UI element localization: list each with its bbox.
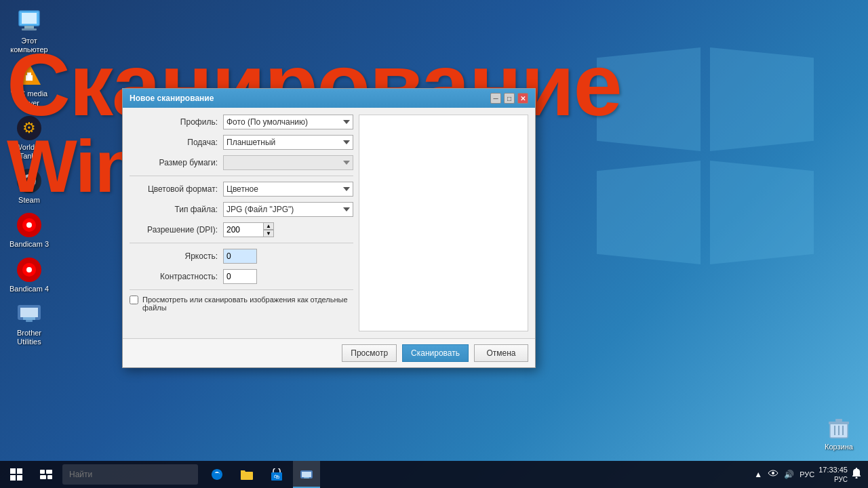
- svg-text:🛍: 🛍: [274, 474, 279, 480]
- world-of-tanks-icon[interactable]: ⚙ World of Tanks: [5, 112, 53, 163]
- notifications-icon[interactable]: [852, 468, 861, 481]
- feed-label: Подача:: [130, 138, 218, 147]
- brother-utilities-icon[interactable]: Brother Utilities: [5, 298, 53, 349]
- windows-logo: [597, 47, 814, 264]
- svg-rect-41: [304, 477, 309, 479]
- color-format-select[interactable]: Цветное: [223, 182, 353, 197]
- paper-size-select[interactable]: [223, 155, 353, 170]
- taskbar-store-icon[interactable]: 🛍: [263, 461, 290, 488]
- svg-rect-33: [46, 470, 52, 474]
- cancel-button[interactable]: Отмена: [474, 344, 528, 362]
- taskbar-app-icons: 🛍: [203, 461, 320, 488]
- dialog-body: Профиль: Фото (По умолчанию) Подача: Пла…: [123, 108, 535, 338]
- svg-rect-30: [10, 475, 16, 481]
- svg-rect-32: [40, 470, 45, 474]
- this-pc-label: Этот компьютер: [8, 37, 50, 54]
- resolution-spinner: ▲ ▼: [223, 222, 274, 237]
- preview-area: [359, 115, 528, 331]
- color-format-row: Цветовой формат: Цветное: [130, 182, 353, 197]
- dialog-form: Профиль: Фото (По умолчанию) Подача: Пла…: [130, 115, 353, 331]
- steam-icon[interactable]: Steam: [5, 165, 53, 207]
- titlebar-buttons: ─ □ ✕: [490, 93, 528, 104]
- world-of-tanks-label: World of Tanks: [8, 143, 50, 161]
- file-type-row: Тип файла: JPG (Файл "JPG"): [130, 202, 353, 217]
- profile-label: Профиль:: [130, 117, 218, 127]
- brightness-label: Яркость:: [130, 251, 218, 261]
- color-format-label: Цветовой формат:: [130, 184, 218, 194]
- vlc-label: VLC media player: [8, 89, 50, 107]
- svg-rect-35: [47, 475, 52, 479]
- dialog-footer: Просмотр Сканировать Отмена: [123, 338, 535, 367]
- contrast-label: Контрастность:: [130, 272, 218, 281]
- date-display: РУС: [818, 475, 848, 484]
- recycle-bin-label: Корзина: [825, 443, 853, 451]
- time: 17:33:45: [818, 465, 848, 474]
- bandicam3-label: Bandicam 3: [9, 240, 49, 249]
- scan-button[interactable]: Сканировать: [402, 344, 469, 362]
- tray-expand-icon[interactable]: ▲: [754, 470, 762, 479]
- taskbar-scanner-app-icon[interactable]: [293, 461, 320, 488]
- volume-icon[interactable]: 🔊: [784, 470, 794, 479]
- taskbar-edge-icon[interactable]: [203, 461, 231, 488]
- language-indicator[interactable]: РУС: [800, 470, 814, 479]
- bandicam4-icon[interactable]: Bandicam 4: [5, 253, 53, 296]
- system-tray: ▲ 🔊 РУС 17:33:45 РУС: [754, 465, 868, 483]
- svg-rect-40: [302, 472, 311, 477]
- bandicam4-label: Bandicam 4: [9, 285, 49, 293]
- resolution-row: Разрешение (DPI): ▲ ▼: [130, 222, 353, 237]
- checkbox-label: Просмотреть или сканировать изображения …: [142, 296, 353, 312]
- paper-size-label: Размер бумаги:: [130, 158, 218, 167]
- taskbar-search[interactable]: [62, 464, 198, 485]
- svg-point-42: [772, 472, 774, 474]
- profile-row: Профиль: Фото (По умолчанию): [130, 115, 353, 129]
- svg-point-11: [25, 177, 33, 185]
- svg-rect-2: [24, 26, 34, 28]
- svg-rect-29: [17, 468, 22, 474]
- separate-files-checkbox[interactable]: [130, 296, 138, 304]
- desktop: Этот компьютер VLC media player ⚙ World …: [0, 0, 868, 488]
- resolution-down-button[interactable]: ▼: [263, 230, 274, 237]
- svg-rect-24: [835, 419, 842, 422]
- svg-rect-20: [23, 317, 35, 320]
- preview-button[interactable]: Просмотр: [342, 344, 397, 362]
- svg-rect-31: [17, 475, 22, 481]
- minimize-button[interactable]: ─: [490, 93, 501, 104]
- close-button[interactable]: ✕: [517, 93, 528, 104]
- svg-point-43: [856, 477, 858, 479]
- resolution-up-button[interactable]: ▲: [263, 222, 274, 230]
- network-icon[interactable]: [768, 468, 778, 481]
- contrast-input[interactable]: [223, 269, 257, 284]
- svg-rect-23: [829, 422, 849, 424]
- resolution-input[interactable]: [223, 222, 264, 237]
- svg-point-14: [26, 222, 32, 228]
- bandicam3-icon[interactable]: Bandicam 3: [5, 209, 53, 251]
- contrast-spinner: [223, 269, 257, 284]
- svg-rect-19: [20, 308, 38, 317]
- svg-rect-28: [10, 468, 16, 474]
- file-type-label: Тип файла:: [130, 205, 218, 214]
- start-button[interactable]: [0, 461, 33, 488]
- svg-text:⚙: ⚙: [22, 119, 36, 136]
- brightness-row: Яркость:: [130, 249, 353, 264]
- profile-select[interactable]: Фото (По умолчанию): [223, 115, 353, 129]
- task-view-button[interactable]: [33, 461, 60, 488]
- clock[interactable]: 17:33:45 РУС: [818, 465, 848, 483]
- taskbar: 🛍 ▲: [0, 461, 868, 488]
- taskbar-explorer-icon[interactable]: [233, 461, 260, 488]
- desktop-icons: Этот компьютер VLC media player ⚙ World …: [5, 5, 53, 349]
- dialog-title: Новое сканирование: [130, 94, 214, 103]
- vlc-icon[interactable]: VLC media player: [5, 58, 53, 110]
- svg-rect-3: [22, 28, 37, 30]
- svg-rect-1: [22, 13, 37, 24]
- feed-select[interactable]: Планшетный: [223, 135, 353, 150]
- file-type-select[interactable]: JPG (Файл "JPG"): [223, 202, 353, 217]
- this-pc-icon[interactable]: Этот компьютер: [5, 5, 53, 57]
- checkbox-row: Просмотреть или сканировать изображения …: [130, 296, 353, 312]
- resolution-spinner-buttons: ▲ ▼: [263, 222, 274, 237]
- resolution-label: Разрешение (DPI):: [130, 225, 218, 235]
- brightness-input[interactable]: [223, 249, 257, 264]
- steam-label: Steam: [18, 196, 40, 205]
- recycle-bin-icon[interactable]: Корзина: [815, 411, 863, 454]
- svg-point-17: [26, 267, 32, 272]
- maximize-button[interactable]: □: [504, 93, 515, 104]
